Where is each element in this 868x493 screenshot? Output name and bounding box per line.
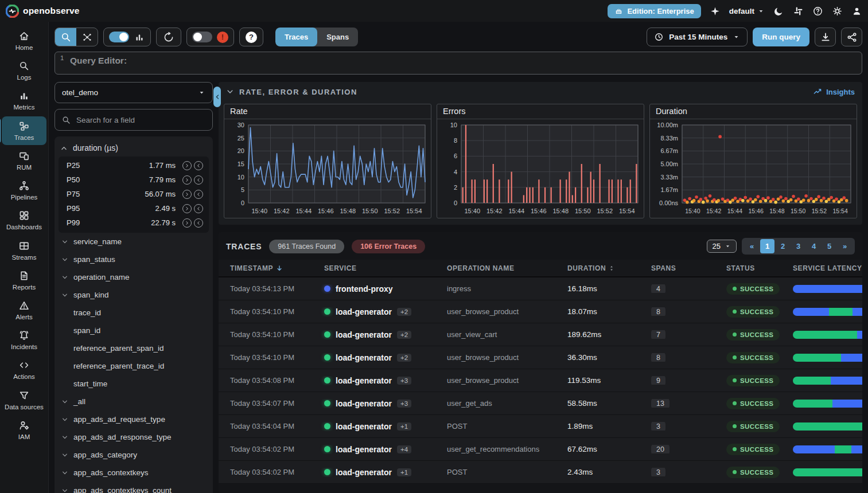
pagination-page-3[interactable]: 3 [791,239,805,253]
sidebar-item-data-sources[interactable]: Data sources [2,386,46,414]
sidebar-item-streams[interactable]: Streams [2,236,46,265]
slack-icon[interactable] [793,6,804,17]
errors-chart[interactable]: 024681015:4015:4215:4415:4615:4815:5015:… [437,119,644,218]
exclude-filter-button[interactable] [194,218,203,228]
field-item-service_name[interactable]: service_name [55,233,213,251]
field-item-reference_parent_trace_id[interactable]: reference_parent_trace_id [55,357,213,375]
sidebar-item-traces[interactable]: Traces [2,116,46,145]
column-header-spans[interactable]: SPANS [640,264,715,272]
column-header-service[interactable]: SERVICE [313,264,435,272]
sidebar-item-incidents[interactable]: Incidents [2,326,46,354]
exclude-filter-button[interactable] [194,161,203,170]
rate-chart[interactable]: 05101520253015:4015:4215:4415:4615:4815:… [224,119,431,218]
field-item-span_kind[interactable]: span_kind [55,286,213,304]
run-query-button[interactable]: Run query [753,28,809,46]
field-item-trace_id[interactable]: trace_id [55,304,213,322]
table-row[interactable]: Today 03:54:02 PMload-generator+1POST2.4… [219,461,862,484]
include-filter-button[interactable] [182,175,192,185]
sidebar-item-home[interactable]: Home [2,26,46,55]
service-extra-badge[interactable]: +3 [397,400,411,408]
stream-selector[interactable]: otel_demo [55,82,213,103]
table-row[interactable]: Today 03:54:04 PMload-generator+1POST1.8… [219,415,862,438]
help-icon[interactable] [812,6,823,17]
search-mode-button[interactable] [55,28,76,46]
field-item-span_id[interactable]: span_id [55,322,213,339]
exclude-filter-button[interactable] [194,190,203,199]
sidebar-item-pipelines[interactable]: Pipelines [2,176,46,205]
sidebar-item-reports[interactable]: Reports [2,266,46,295]
chevron-down-icon[interactable] [226,88,234,96]
field-item-app_ads_ad_response_type[interactable]: app_ads_ad_response_type [55,428,213,446]
service-latency-bar[interactable] [793,422,862,431]
user-profile-icon[interactable] [851,6,862,17]
table-row[interactable]: Today 03:54:07 PMload-generator+3user_ge… [219,392,862,415]
dark-mode-icon[interactable] [773,6,784,17]
exclude-filter-button[interactable] [194,204,203,213]
pagination-page-5[interactable]: 5 [822,239,836,253]
service-extra-badge[interactable]: +2 [397,308,411,316]
graph-mode-button[interactable] [76,28,98,46]
settings-gear-icon[interactable] [832,6,843,17]
table-row[interactable]: Today 03:54:10 PMload-generator+2user_br… [219,300,862,323]
duration-chart[interactable]: 0.00ns1.67m3.33m5.00m6.67m8.33m10.00m15:… [650,119,857,218]
service-extra-badge[interactable]: +3 [397,377,411,385]
exclude-filter-button[interactable] [194,175,203,185]
table-row[interactable]: Today 03:54:10 PMload-generator+2user_br… [219,346,862,369]
include-filter-button[interactable] [182,204,192,213]
field-item-app_ads_ad_request_type[interactable]: app_ads_ad_request_type [55,410,213,428]
field-item-operation_name[interactable]: operation_name [55,268,213,286]
error-traces-badge[interactable]: 106 Error Traces [352,240,425,253]
pagination-page-4[interactable]: 4 [807,239,821,253]
pagination-page-1[interactable]: 1 [760,239,774,253]
field-item-reference_parent_span_id[interactable]: reference_parent_span_id [55,339,213,357]
duration-section-header[interactable]: duration (µs) [55,140,213,156]
sidebar-item-alerts[interactable]: Alerts [2,296,46,324]
page-size-selector[interactable]: 25 [707,240,737,253]
share-button[interactable] [841,28,862,46]
table-row[interactable]: Today 03:54:02 PMload-generator+4user_ge… [219,438,862,461]
sidebar-item-iam[interactable]: IAM [2,416,46,444]
service-latency-bar[interactable] [793,308,862,316]
reset-button[interactable] [157,28,181,46]
service-latency-bar[interactable] [793,377,862,385]
field-item-app_ads_contextkeys_count[interactable]: app_ads_contextkeys_count [55,482,213,493]
service-latency-bar[interactable] [793,285,862,293]
field-item-span_status[interactable]: span_status [55,251,213,268]
time-range-selector[interactable]: Past 15 Minutes [647,28,748,46]
service-extra-badge[interactable]: +1 [397,468,411,476]
service-latency-bar[interactable] [793,400,862,408]
sidebar-item-rum[interactable]: RUM [2,146,46,175]
table-row[interactable]: Today 03:54:13 PMfrontend-proxyingress16… [219,277,862,300]
insights-link[interactable]: Insights [813,87,855,96]
service-extra-badge[interactable]: +1 [397,422,411,431]
field-item-app_ads_category[interactable]: app_ads_category [55,446,213,464]
field-search-input[interactable] [76,116,206,124]
errors-only-toggle[interactable] [192,32,212,42]
service-extra-badge[interactable]: +2 [397,331,411,339]
sidebar-item-actions[interactable]: Actions [2,355,46,384]
sidebar-item-dashboards[interactable]: Dashboards [2,206,46,234]
sidebar-item-logs[interactable]: Logs [2,56,46,85]
field-item-_all[interactable]: _all [55,393,213,410]
pagination-page-2[interactable]: 2 [776,239,790,253]
query-editor[interactable]: 1 Query Editor: [55,52,862,75]
service-latency-bar[interactable] [793,331,862,339]
column-header-duration[interactable]: DURATION [556,264,640,272]
histogram-toggle[interactable] [109,32,129,42]
pagination-first-button[interactable]: « [745,239,759,253]
include-filter-button[interactable] [182,190,192,199]
tab-traces[interactable]: Traces [275,28,317,46]
download-button[interactable] [815,28,836,46]
pagination-last-button[interactable]: » [838,239,852,253]
column-header-operation-name[interactable]: OPERATION NAME [435,264,556,272]
syntax-help-button[interactable]: ? [240,28,263,46]
include-filter-button[interactable] [182,161,192,170]
org-selector[interactable]: default [729,7,765,15]
table-row[interactable]: Today 03:54:10 PMload-generator+2user_vi… [219,323,862,346]
service-latency-bar[interactable] [793,468,862,476]
tab-spans[interactable]: Spans [317,28,358,46]
sparkle-icon[interactable] [710,6,721,17]
service-extra-badge[interactable]: +4 [397,445,411,453]
column-header-service-latency[interactable]: SERVICE LATENCY [781,264,862,272]
edition-button[interactable]: Edition: Enterprise [608,4,700,18]
